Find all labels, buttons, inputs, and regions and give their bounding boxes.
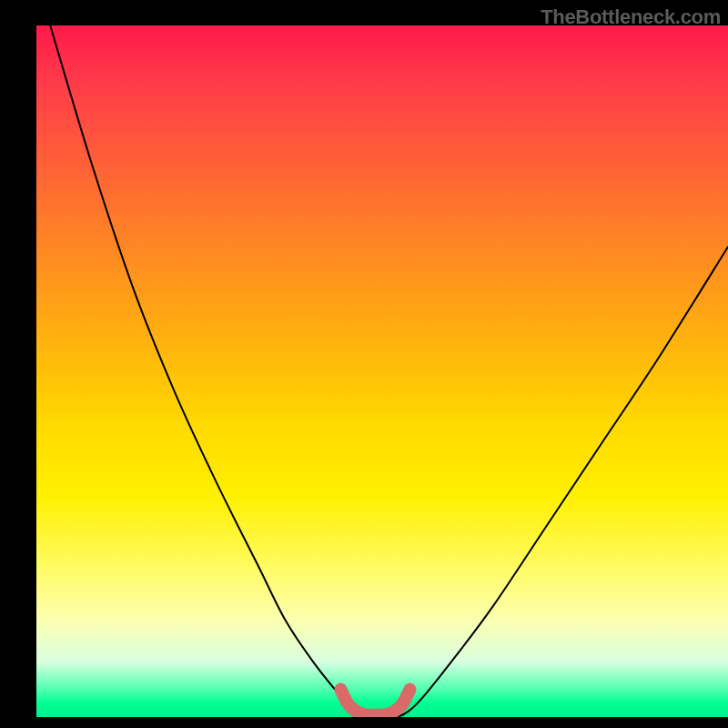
curve-layer <box>36 25 728 717</box>
plot-area: TheBottleneck.com <box>36 0 728 728</box>
bottleneck-curve-path <box>50 25 728 717</box>
bottleneck-chart: TheBottleneck.com <box>0 0 728 728</box>
optimal-marker-path <box>340 690 410 715</box>
